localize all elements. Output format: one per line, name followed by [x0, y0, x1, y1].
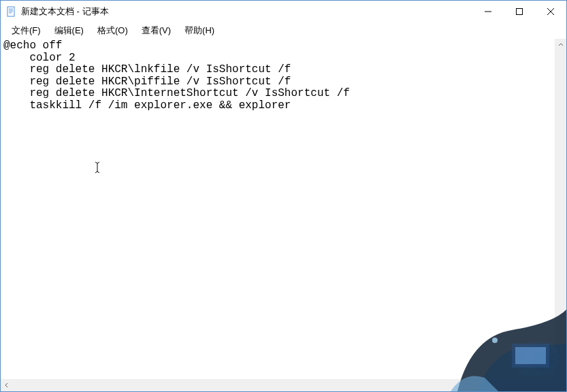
- menu-bar: 文件(F) 编辑(E) 格式(O) 查看(V) 帮助(H): [1, 22, 566, 39]
- close-button[interactable]: [535, 1, 566, 22]
- svg-rect-10: [512, 344, 549, 368]
- text-cursor-icon: [95, 161, 95, 172]
- scroll-up-icon[interactable]: [555, 39, 566, 50]
- svg-point-9: [505, 338, 560, 376]
- minimize-button[interactable]: [472, 1, 504, 22]
- menu-help[interactable]: 帮助(H): [179, 23, 220, 38]
- horizontal-scrollbar[interactable]: [1, 379, 555, 391]
- scroll-corner: [555, 379, 566, 391]
- maximize-button[interactable]: [504, 1, 535, 22]
- svg-rect-11: [515, 347, 546, 364]
- svg-rect-6: [517, 9, 523, 15]
- menu-edit[interactable]: 编辑(E): [49, 23, 89, 38]
- vertical-scrollbar[interactable]: [555, 39, 566, 379]
- notepad-icon: [6, 6, 17, 17]
- text-editor[interactable]: @echo off color 2 reg delete HKCR\lnkfil…: [1, 39, 566, 114]
- title-left: 新建文本文档 - 记事本: [6, 5, 109, 18]
- window-title: 新建文本文档 - 记事本: [21, 5, 109, 18]
- svg-point-12: [492, 338, 498, 343]
- content-area: @echo off color 2 reg delete HKCR\lnkfil…: [1, 39, 566, 391]
- menu-file[interactable]: 文件(F): [6, 23, 46, 38]
- title-bar[interactable]: 新建文本文档 - 记事本: [1, 1, 566, 22]
- menu-format[interactable]: 格式(O): [92, 23, 133, 38]
- scroll-left-icon[interactable]: [1, 379, 12, 391]
- window-controls: [472, 1, 566, 22]
- menu-view[interactable]: 查看(V): [136, 23, 176, 38]
- notepad-window: 新建文本文档 - 记事本 文件(F) 编辑(E) 格式(O) 查看(V) 帮助(…: [0, 0, 567, 392]
